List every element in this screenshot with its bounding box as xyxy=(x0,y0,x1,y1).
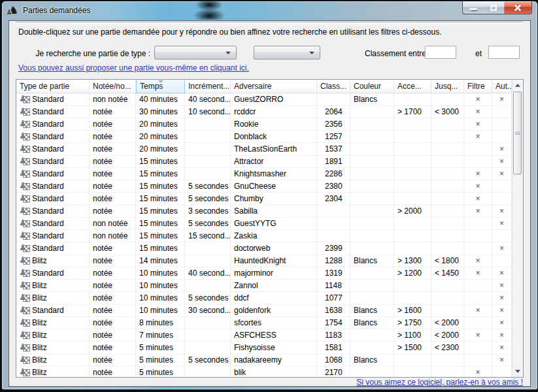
column-header-auto[interactable]: Aut... xyxy=(492,80,512,93)
cell-auto xyxy=(492,131,512,143)
game-type-text: Standard xyxy=(32,143,64,155)
maximize-button[interactable] xyxy=(483,1,505,14)
scroll-up-icon xyxy=(515,84,520,87)
rating-range-label: Classement entre xyxy=(365,49,426,58)
table-row[interactable]: ♟Standardnon notée15 minutes5 secondesGu… xyxy=(16,218,512,230)
cell-type: ♟Blitz xyxy=(16,280,90,292)
cell-adversary: Zannol xyxy=(231,280,317,292)
scrollbar-thumb[interactable] xyxy=(513,91,522,174)
cell-time: 14 minutes xyxy=(136,255,185,267)
cell-adversary: GuestZORRO xyxy=(231,93,317,106)
cell-type: ♟Blitz xyxy=(16,354,90,367)
cell-type: ♟Blitz xyxy=(16,367,90,377)
table-row[interactable]: ♟Blitznotée7 minutesASFCHESS1183> 1100< … xyxy=(16,329,512,342)
cell-time: 10 minutes xyxy=(136,267,185,280)
cell-type: ♟Blitz xyxy=(16,292,90,304)
cell-rated: notée xyxy=(90,180,136,193)
cell-auto: × xyxy=(492,354,512,367)
table-row[interactable]: ♟Standardnotée15 minutesAttractor1891× xyxy=(16,155,512,168)
table-row[interactable]: ♟Standardnotée20 minutesRookie2356× xyxy=(16,118,512,131)
cell-rating: 1638 xyxy=(317,304,350,317)
table-row[interactable]: ♟Standardnotée20 minutesDonblack1257× xyxy=(16,131,512,143)
cell-adversary: Sabilla xyxy=(231,205,317,218)
column-header-increment[interactable]: Incrément... xyxy=(185,80,231,93)
table-row[interactable]: ♟Standardnotée30 minutes10 second...rcdd… xyxy=(16,106,512,118)
table-row[interactable]: ♟Standardnotée15 minutesdoctorweb2399× xyxy=(16,242,512,255)
table-row[interactable]: ♟Standardnon notée40 minutes40 second...… xyxy=(16,93,512,106)
propose-game-link[interactable]: Vous pouvez aussi proposer une partie vo… xyxy=(18,63,249,73)
cell-type: ♟Standard xyxy=(16,143,90,155)
table-row[interactable]: ♟Blitznotée8 minutessfcortes1754Blancs> … xyxy=(16,317,512,329)
scroll-up-button[interactable] xyxy=(513,80,523,91)
column-header-max[interactable]: Jusq... xyxy=(431,80,464,93)
column-header-time[interactable]: Temps xyxy=(136,80,185,93)
table-row[interactable]: ♟Blitznotée5 minutesFishysoisse1581> 150… xyxy=(16,342,512,354)
cell-rated: notée xyxy=(90,143,136,155)
column-header-filter[interactable]: Filtre xyxy=(464,80,492,93)
secondary-filter-select[interactable] xyxy=(254,46,320,59)
cell-max: < 3000 xyxy=(431,106,464,118)
rating-min-input[interactable] xyxy=(425,46,456,59)
column-header-rating[interactable]: Class... xyxy=(317,80,350,93)
rating-max-input[interactable] xyxy=(488,46,520,59)
game-type-select[interactable] xyxy=(154,46,237,59)
table-row[interactable]: ♟Standardnotée15 minutes5 secondesGnuChe… xyxy=(16,180,512,193)
column-header-adversary[interactable]: Adversaire xyxy=(231,80,317,93)
table-row[interactable]: ♟Standardnotée15 minutes5 secondesChumby… xyxy=(16,193,512,205)
cell-filter: × xyxy=(464,329,492,342)
cell-auto: × xyxy=(492,205,512,218)
cell-min: > 1100 xyxy=(394,329,431,342)
cell-filter xyxy=(464,354,492,367)
cell-max: < 1800 xyxy=(431,255,464,267)
chess-pawn-board-icon: ♟ xyxy=(20,95,31,104)
cell-min xyxy=(394,93,431,106)
cell-adversary: majorminor xyxy=(231,267,317,280)
cell-color xyxy=(350,329,394,342)
cell-color: Blancs xyxy=(350,304,394,317)
cell-rating: 1537 xyxy=(317,143,350,155)
cell-rated: notée xyxy=(90,342,136,354)
cell-max xyxy=(431,304,464,317)
table-row[interactable]: ♟Standardnotée15 minutesKnightsmasher228… xyxy=(16,168,512,180)
cell-filter: × xyxy=(464,304,492,317)
table-row[interactable]: ♟Blitznotée10 minutes5 secondesddcf1077× xyxy=(16,292,512,304)
table-row[interactable]: ♟Blitznotée14 minutesHauntedKnight1288Bl… xyxy=(16,255,512,267)
column-header-type[interactable]: Type de partie xyxy=(16,80,90,93)
cell-filter: × xyxy=(464,131,492,143)
cell-color xyxy=(350,367,394,377)
column-header-label: Jusq... xyxy=(435,82,458,91)
cell-auto: × xyxy=(492,143,512,155)
game-type-text: Standard xyxy=(32,267,64,279)
cell-type: ♟Standard xyxy=(16,193,90,205)
cell-filter: × xyxy=(464,255,492,267)
table-row[interactable]: ♟Blitznotée5 minutes5 secondesnadakareem… xyxy=(16,354,512,367)
table-row[interactable]: ♟Standardnotée15 minutes3 secondesSabill… xyxy=(16,205,512,218)
close-button[interactable] xyxy=(504,1,532,14)
table-row[interactable]: ♟Standardnotée10 minutes30 second...gold… xyxy=(16,304,512,317)
table-row[interactable]: ♟Blitznotée5 minutesblik2170× xyxy=(16,367,512,377)
table-row[interactable]: ♟Standardnotée10 minutes40 second...majo… xyxy=(16,267,512,280)
cell-rating: 1077 xyxy=(317,292,350,304)
cell-type: ♟Standard xyxy=(16,168,90,180)
cell-increment: 3 secondes xyxy=(185,205,231,218)
column-header-label: Adversaire xyxy=(234,82,271,91)
cell-max xyxy=(431,168,464,180)
column-header-color[interactable]: Couleur xyxy=(350,80,394,93)
table-row[interactable]: ♟Standardnon notée15 minutes15 second...… xyxy=(16,230,512,242)
column-header-min[interactable]: Acce... xyxy=(394,80,431,93)
share-software-link[interactable]: Si vous aimez ce logiciel, parlez-en à v… xyxy=(356,378,523,387)
minimize-button[interactable] xyxy=(462,1,484,14)
game-type-text: Standard xyxy=(32,193,64,204)
cell-adversary: goldenfork xyxy=(231,304,317,317)
cell-type: ♟Blitz xyxy=(16,329,90,342)
cell-time: 15 minutes xyxy=(136,230,185,242)
vertical-scrollbar[interactable] xyxy=(512,80,523,377)
game-type-text: Blitz xyxy=(32,367,47,377)
scroll-down-button[interactable] xyxy=(513,366,523,377)
titlebar[interactable]: ♟ ♞ Parties demandées xyxy=(2,1,537,20)
cell-filter xyxy=(464,230,492,242)
table-row[interactable]: ♟Blitznotée10 minutesZannol1148× xyxy=(16,280,512,292)
table-row[interactable]: ♟Standardnotée20 minutesTheLastSionEarth… xyxy=(16,143,512,155)
cell-adversary: Fishysoisse xyxy=(231,342,317,354)
column-header-rated[interactable]: Notée/no... xyxy=(90,80,136,93)
